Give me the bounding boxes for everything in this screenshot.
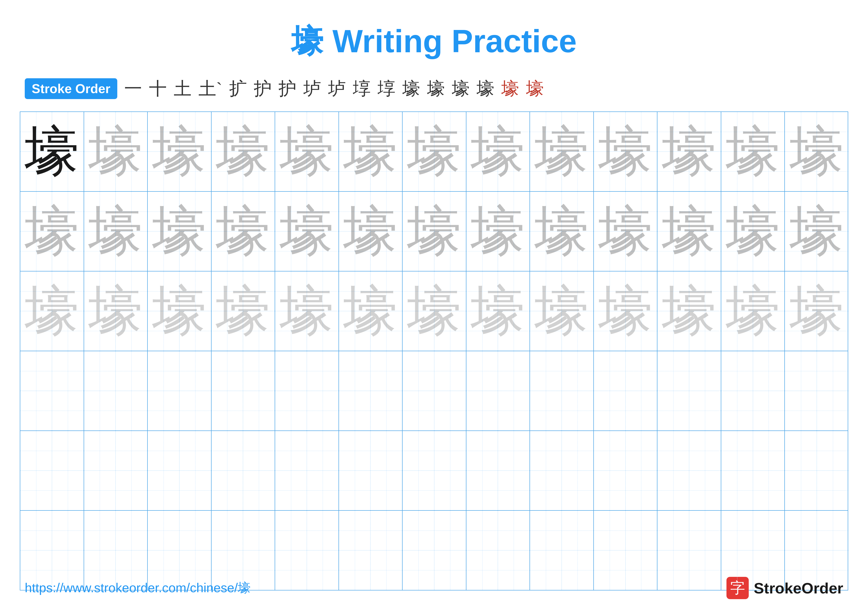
- grid-cell-r1-c2[interactable]: 壕: [84, 112, 148, 191]
- stroke-12: 壕: [402, 80, 420, 98]
- grid-cell-r5-c9[interactable]: [530, 431, 594, 510]
- grid-cell-r2-c3[interactable]: 壕: [148, 192, 212, 271]
- grid-cell-r4-c13[interactable]: [785, 351, 849, 431]
- practice-char: 壕: [280, 284, 334, 338]
- stroke-order-badge: Stroke Order: [25, 78, 117, 99]
- grid-cell-r1-c13[interactable]: 壕: [785, 112, 849, 191]
- grid-cell-r2-c2[interactable]: 壕: [84, 192, 148, 271]
- grid-row-3: 壕 壕 壕 壕 壕 壕 壕 壕 壕 壕 壕 壕 壕: [20, 272, 848, 351]
- title-character: 壕: [291, 23, 323, 59]
- stroke-17: 壕: [526, 80, 544, 98]
- grid-cell-r4-c8[interactable]: [467, 351, 530, 431]
- grid-cell-r2-c12[interactable]: 壕: [721, 192, 785, 271]
- grid-cell-r1-c8[interactable]: 壕: [467, 112, 530, 191]
- grid-cell-r3-c11[interactable]: 壕: [657, 272, 721, 351]
- grid-cell-r1-c1[interactable]: 壕: [20, 112, 84, 191]
- grid-cell-r3-c6[interactable]: 壕: [339, 272, 403, 351]
- grid-cell-r2-c1[interactable]: 壕: [20, 192, 84, 271]
- practice-char: 壕: [790, 284, 844, 338]
- grid-cell-r3-c7[interactable]: 壕: [403, 272, 467, 351]
- practice-char: 壕: [662, 204, 716, 259]
- grid-cell-r1-c3[interactable]: 壕: [148, 112, 212, 191]
- grid-cell-r1-c11[interactable]: 壕: [657, 112, 721, 191]
- grid-cell-r3-c12[interactable]: 壕: [721, 272, 785, 351]
- grid-cell-r3-c1[interactable]: 壕: [20, 272, 84, 351]
- grid-cell-r3-c2[interactable]: 壕: [84, 272, 148, 351]
- stroke-4: 土`: [198, 80, 222, 98]
- grid-cell-r5-c2[interactable]: [84, 431, 148, 510]
- grid-cell-r2-c6[interactable]: 壕: [339, 192, 403, 271]
- grid-cell-r1-c6[interactable]: 壕: [339, 112, 403, 191]
- practice-char: 壕: [343, 284, 398, 338]
- stroke-16: 壕: [501, 80, 519, 98]
- grid-cell-r3-c13[interactable]: 壕: [785, 272, 849, 351]
- stroke-2: 十: [149, 80, 167, 98]
- practice-char: 壕: [407, 204, 462, 259]
- grid-cell-r2-c9[interactable]: 壕: [530, 192, 594, 271]
- practice-char: 壕: [343, 124, 398, 179]
- grid-cell-r5-c4[interactable]: [212, 431, 275, 510]
- grid-cell-r4-c2[interactable]: [84, 351, 148, 431]
- grid-cell-r2-c8[interactable]: 壕: [467, 192, 530, 271]
- grid-cell-r5-c11[interactable]: [657, 431, 721, 510]
- grid-cell-r5-c7[interactable]: [403, 431, 467, 510]
- grid-cell-r1-c9[interactable]: 壕: [530, 112, 594, 191]
- grid-cell-r3-c9[interactable]: 壕: [530, 272, 594, 351]
- grid-row-2: 壕 壕 壕 壕 壕 壕 壕 壕 壕 壕 壕 壕 壕: [20, 192, 848, 272]
- practice-char: 壕: [662, 124, 716, 179]
- grid-cell-r1-c4[interactable]: 壕: [212, 112, 275, 191]
- grid-cell-r4-c9[interactable]: [530, 351, 594, 431]
- stroke-13: 壕: [427, 80, 445, 98]
- grid-cell-r5-c1[interactable]: [20, 431, 84, 510]
- practice-char: 壕: [216, 204, 270, 259]
- grid-cell-r4-c1[interactable]: [20, 351, 84, 431]
- grid-cell-r2-c10[interactable]: 壕: [594, 192, 658, 271]
- practice-char: 壕: [25, 124, 79, 179]
- practice-char: 壕: [662, 284, 716, 338]
- grid-cell-r1-c12[interactable]: 壕: [721, 112, 785, 191]
- grid-cell-r3-c5[interactable]: 壕: [275, 272, 339, 351]
- practice-char: 壕: [471, 204, 525, 259]
- practice-char: 壕: [25, 284, 79, 338]
- practice-char: 壕: [407, 124, 462, 179]
- grid-cell-r2-c13[interactable]: 壕: [785, 192, 849, 271]
- grid-cell-r2-c4[interactable]: 壕: [212, 192, 275, 271]
- grid-cell-r4-c3[interactable]: [148, 351, 212, 431]
- grid-cell-r5-c8[interactable]: [467, 431, 530, 510]
- practice-char: 壕: [471, 284, 525, 338]
- grid-cell-r5-c6[interactable]: [339, 431, 403, 510]
- grid-cell-r3-c3[interactable]: 壕: [148, 272, 212, 351]
- grid-cell-r3-c8[interactable]: 壕: [467, 272, 530, 351]
- grid-cell-r2-c5[interactable]: 壕: [275, 192, 339, 271]
- grid-cell-r5-c12[interactable]: [721, 431, 785, 510]
- grid-cell-r2-c7[interactable]: 壕: [403, 192, 467, 271]
- grid-cell-r3-c10[interactable]: 壕: [594, 272, 658, 351]
- grid-cell-r4-c10[interactable]: [594, 351, 658, 431]
- grid-cell-r4-c5[interactable]: [275, 351, 339, 431]
- grid-cell-r4-c6[interactable]: [339, 351, 403, 431]
- grid-cell-r4-c12[interactable]: [721, 351, 785, 431]
- grid-cell-r5-c13[interactable]: [785, 431, 849, 510]
- stroke-8: 垆: [303, 80, 321, 98]
- grid-row-5: [20, 431, 848, 511]
- grid-cell-r2-c11[interactable]: 壕: [657, 192, 721, 271]
- grid-cell-r5-c10[interactable]: [594, 431, 658, 510]
- grid-cell-r4-c11[interactable]: [657, 351, 721, 431]
- practice-char: 壕: [726, 124, 780, 179]
- grid-cell-r4-c7[interactable]: [403, 351, 467, 431]
- practice-char: 壕: [152, 284, 207, 338]
- logo-icon: 字: [727, 577, 749, 599]
- stroke-11: 埻: [378, 80, 395, 98]
- practice-char: 壕: [343, 204, 398, 259]
- practice-char: 壕: [790, 124, 844, 179]
- grid-cell-r1-c10[interactable]: 壕: [594, 112, 658, 191]
- grid-cell-r5-c5[interactable]: [275, 431, 339, 510]
- grid-cell-r3-c4[interactable]: 壕: [212, 272, 275, 351]
- grid-cell-r1-c5[interactable]: 壕: [275, 112, 339, 191]
- grid-cell-r1-c7[interactable]: 壕: [403, 112, 467, 191]
- page-title: 壕 Writing Practice: [291, 23, 577, 59]
- grid-cell-r4-c4[interactable]: [212, 351, 275, 431]
- grid-cell-r5-c3[interactable]: [148, 431, 212, 510]
- stroke-7: 护: [279, 80, 296, 98]
- stroke-1: 一: [124, 80, 142, 98]
